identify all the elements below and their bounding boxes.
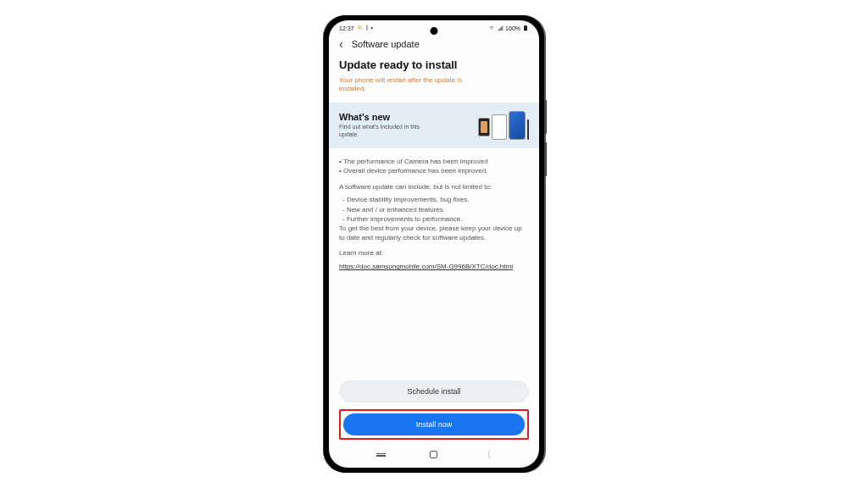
content-area: Update ready to install Your phone will … xyxy=(329,58,539,374)
desc-item: - Device stability improvements, bug fix… xyxy=(339,195,529,204)
desc-outro: To get the best from your device, please… xyxy=(339,224,529,242)
back-arrow-icon[interactable]: ‹ xyxy=(339,38,343,50)
header-row: ‹ Software update xyxy=(329,33,539,58)
restart-warning: Your phone will restart after the update… xyxy=(339,76,483,94)
nav-back-icon[interactable]: 〈 xyxy=(483,448,490,461)
battery-icon xyxy=(522,25,529,31)
power-button xyxy=(544,142,547,176)
desc-intro: A software update can include, but is no… xyxy=(339,182,529,191)
schedule-install-button[interactable]: Schedule install xyxy=(339,380,529,402)
bullet-item: • The performance of Camera has been imp… xyxy=(339,157,529,166)
svg-rect-0 xyxy=(524,25,527,30)
page-title: Update ready to install xyxy=(339,58,529,71)
install-now-highlight: Install now xyxy=(339,409,529,440)
wifi-icon xyxy=(488,25,495,31)
whats-new-subtitle: Find out what's included in this update. xyxy=(339,124,424,139)
camera-hole-icon xyxy=(431,27,438,35)
desc-item: - Further improvements to performance. xyxy=(339,214,529,224)
battery-percent: 100% xyxy=(505,25,520,31)
learn-more-link[interactable]: https://doc.samsungmobile.com/SM-G996B/X… xyxy=(339,263,513,271)
screen: 12:37 ⛅ ᛒ • 100% ‹ Software update Updat… xyxy=(329,20,539,468)
button-area: Schedule install Install now xyxy=(329,374,539,443)
learn-more-label: Learn more at: xyxy=(339,249,529,257)
update-bullets: • The performance of Camera has been imp… xyxy=(339,148,529,182)
android-nav-bar: 〈 xyxy=(329,443,539,468)
svg-rect-1 xyxy=(525,25,526,26)
install-now-button[interactable]: Install now xyxy=(343,413,525,435)
whats-new-card[interactable]: What's new Find out what's included in t… xyxy=(329,103,539,148)
status-time: 12:37 xyxy=(339,25,354,31)
desc-item: - New and / or enhanced features. xyxy=(339,205,529,214)
whats-new-label: What's new xyxy=(339,112,424,122)
phone-frame: 12:37 ⛅ ᛒ • 100% ‹ Software update Updat… xyxy=(324,15,544,473)
volume-button xyxy=(544,100,547,134)
bullet-item: • Overall device performance has been im… xyxy=(339,166,529,175)
nav-recent-icon[interactable] xyxy=(376,453,386,457)
status-notif-icons: ⛅ ᛒ • xyxy=(357,25,373,31)
nav-home-icon[interactable] xyxy=(430,451,437,458)
header-title: Software update xyxy=(352,39,420,49)
signal-icon xyxy=(497,25,504,31)
device-collage-icon xyxy=(478,111,529,140)
